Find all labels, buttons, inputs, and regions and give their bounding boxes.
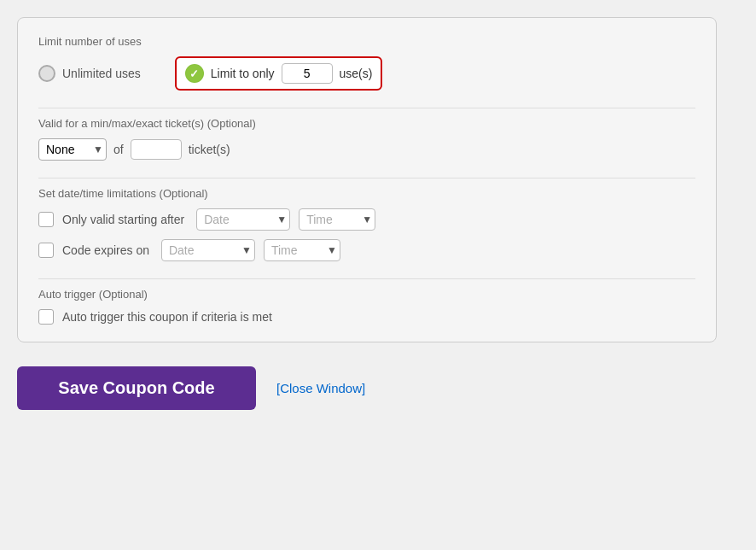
bottom-actions: Save Coupon Code [Close Window] — [17, 366, 365, 410]
expires-label: Code expires on — [62, 243, 149, 257]
divider-1 — [38, 108, 695, 108]
datetime-section-label: Set date/time limitations (Optional) — [38, 187, 695, 200]
ticket-type-select-wrapper: None Min Max Exact ▼ — [38, 138, 107, 161]
auto-trigger-section-label: Auto trigger (Optional) — [38, 288, 695, 301]
start-time-select[interactable]: Time — [299, 208, 375, 231]
limit-to-label: Limit to only — [211, 67, 275, 80]
expires-checkbox[interactable] — [38, 243, 54, 258]
ticket-row: None Min Max Exact ▼ of ticket(s) — [38, 138, 695, 161]
uses-suffix: use(s) — [340, 67, 373, 80]
ticket-suffix-label: ticket(s) — [189, 143, 230, 156]
start-date-select[interactable]: Date — [196, 208, 290, 231]
datetime-section: Set date/time limitations (Optional) Onl… — [38, 187, 695, 261]
auto-trigger-checkbox[interactable] — [38, 309, 54, 325]
limit-uses-input[interactable] — [282, 63, 333, 84]
expires-date-select[interactable]: Date — [161, 239, 255, 261]
auto-trigger-row: Auto trigger this coupon if criteria is … — [38, 309, 695, 325]
start-after-label: Only valid starting after — [62, 213, 184, 226]
unlimited-label: Unlimited uses — [62, 67, 141, 80]
auto-trigger-label: Auto trigger this coupon if criteria is … — [62, 310, 272, 324]
limit-to-box: ✓ Limit to only use(s) — [175, 56, 383, 91]
close-window-link[interactable]: [Close Window] — [276, 381, 365, 395]
start-after-checkbox[interactable] — [38, 212, 54, 227]
start-time-wrapper: Time ▼ — [299, 208, 375, 231]
limit-uses-section-label: Limit number of uses — [38, 35, 695, 48]
coupon-settings-card: Limit number of uses Unlimited uses ✓ Li… — [17, 17, 717, 342]
divider-2 — [38, 178, 695, 178]
ticket-count-input[interactable] — [131, 139, 182, 160]
expires-time-select[interactable]: Time — [264, 239, 340, 261]
uses-row: Unlimited uses ✓ Limit to only use(s) — [38, 56, 695, 91]
unlimited-radio[interactable] — [38, 65, 55, 82]
ticket-type-select[interactable]: None Min Max Exact — [38, 138, 107, 161]
unlimited-uses-option[interactable]: Unlimited uses — [38, 65, 141, 82]
save-coupon-button[interactable]: Save Coupon Code — [17, 366, 256, 410]
limit-check-icon: ✓ — [185, 64, 204, 83]
expires-row: Code expires on Date ▼ Time ▼ — [38, 239, 695, 261]
tickets-section-label: Valid for a min/max/exact ticket(s) (Opt… — [38, 117, 695, 130]
start-after-row: Only valid starting after Date ▼ Time ▼ — [38, 208, 695, 231]
divider-3 — [38, 278, 695, 279]
ticket-of-label: of — [113, 143, 124, 156]
expires-time-wrapper: Time ▼ — [264, 239, 340, 261]
expires-date-wrapper: Date ▼ — [161, 239, 255, 261]
start-date-wrapper: Date ▼ — [196, 208, 290, 231]
